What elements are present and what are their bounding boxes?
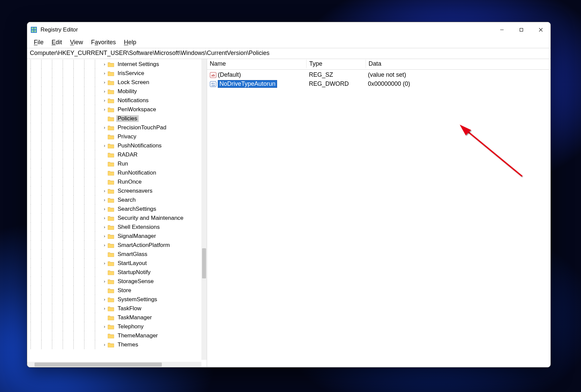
tree-item[interactable]: ›PushNotifications [27,141,201,150]
scrollbar-thumb[interactable] [202,248,206,278]
folder-icon [108,107,114,112]
tree-item[interactable]: RunNotification [27,168,201,177]
tree-item-label: Internet Settings [116,61,160,68]
expander-icon[interactable]: › [102,297,107,302]
tree-item[interactable]: ›Mobility [27,87,201,96]
expander-icon[interactable]: › [102,224,107,230]
expander-icon[interactable]: › [102,342,107,347]
folder-icon [108,243,114,248]
tree-item[interactable]: Policies [27,114,201,123]
tree-item[interactable]: Run [27,159,201,168]
tree-item[interactable]: ›SystemSettings [27,295,201,304]
tree-item[interactable]: ›PenWorkspace [27,105,201,114]
string-value-icon [210,72,216,78]
expander-icon[interactable]: › [102,324,107,329]
folder-icon [108,261,114,266]
expander-icon[interactable]: › [102,98,107,103]
tree-item[interactable]: ›Lock Screen [27,78,201,87]
tree-item-label: Mobility [116,88,138,95]
tree-item[interactable]: ›StartLayout [27,259,201,268]
tree-item-label: Store [116,287,133,294]
menu-file[interactable]: File [30,38,48,48]
expander-icon[interactable]: › [102,188,107,193]
column-header-name[interactable]: Name [207,60,307,68]
menu-view[interactable]: View [66,38,87,48]
tree-item[interactable]: ›Notifications [27,96,201,105]
tree-item-label: ThemeManager [116,332,159,339]
folder-icon [108,197,114,203]
tree-item[interactable]: ›Search [27,195,201,204]
scrollbar-thumb[interactable] [35,363,162,367]
expander-icon[interactable]: › [102,89,107,94]
tree-item[interactable]: ›SignalManager [27,232,201,241]
tree-item[interactable]: ›Screensavers [27,186,201,195]
folder-icon [108,234,114,239]
tree-item-label: Themes [116,341,139,348]
tree-item[interactable]: ›Telephony [27,322,201,331]
expander-icon[interactable]: › [102,80,107,85]
tree-item[interactable]: ›IrisService [27,69,201,78]
tree-item[interactable]: StartupNotify [27,268,201,277]
folder-icon [108,179,114,185]
close-button[interactable] [531,22,551,38]
value-name-edit[interactable]: NoDriveTypeAutorun [218,80,277,88]
expander-icon[interactable]: › [102,107,107,112]
tree-item[interactable]: TaskManager [27,313,201,322]
value-data: (value not set) [365,71,551,78]
tree-item[interactable]: ›Shell Extensions [27,222,201,232]
title-bar[interactable]: Registry Editor [27,22,551,38]
tree-item[interactable]: ThemeManager [27,331,201,340]
expander-icon[interactable]: › [102,197,107,202]
tree-item[interactable]: ›SearchSettings [27,204,201,213]
tree-item[interactable]: ›Themes [27,340,201,349]
expander-icon[interactable]: › [102,62,107,67]
tree-item[interactable]: RADAR [27,150,201,159]
tree-pane: ›Internet Settings›IrisService›Lock Scre… [27,59,207,367]
dword-value-icon [210,81,216,87]
tree-item[interactable]: SmartGlass [27,250,201,259]
menu-favorites[interactable]: Favorites [87,38,120,48]
expander-icon[interactable]: › [102,125,107,130]
tree-item[interactable]: ›StorageSense [27,277,201,286]
value-row[interactable]: NoDriveTypeAutorunREG_DWORD0x00000000 (0… [207,79,551,88]
tree-item[interactable]: ›Security and Maintenance [27,213,201,222]
tree-item[interactable]: ›SmartActionPlatform [27,241,201,250]
folder-icon [108,215,114,221]
column-header-data[interactable]: Data [366,60,551,68]
tree-item[interactable]: Store [27,286,201,295]
tree-item-label: SmartActionPlatform [116,242,171,249]
tree-item[interactable]: Privacy [27,132,201,141]
tree-horizontal-scrollbar[interactable] [27,362,201,367]
minimize-button[interactable] [492,22,512,38]
folder-icon [108,279,114,284]
expander-icon[interactable]: › [102,261,107,266]
value-row[interactable]: (Default)REG_SZ(value not set) [207,70,551,79]
address-bar[interactable]: Computer\HKEY_CURRENT_USER\Software\Micr… [27,48,551,59]
expander-icon[interactable]: › [102,279,107,284]
tree-item-label: SignalManager [116,233,157,240]
folder-icon [108,288,114,293]
expander-icon[interactable]: › [102,71,107,76]
tree-item[interactable]: ›Internet Settings [27,60,201,69]
expander-icon[interactable]: › [102,243,107,248]
tree-item-label: Shell Extensions [116,224,161,231]
tree-item[interactable]: ›TaskFlow [27,304,201,313]
maximize-button[interactable] [512,22,531,38]
folder-icon [108,324,114,329]
tree-item-label: StartLayout [116,260,148,267]
expander-icon[interactable]: › [102,215,107,220]
tree-vertical-scrollbar[interactable] [201,59,207,360]
tree-item[interactable]: RunOnce [27,177,201,186]
tree-item[interactable]: ›PrecisionTouchPad [27,123,201,132]
menu-help[interactable]: Help [120,38,140,48]
expander-icon[interactable]: › [102,306,107,311]
tree-item-label: Privacy [116,133,138,140]
menu-edit[interactable]: Edit [48,38,66,48]
expander-icon[interactable]: › [102,206,107,211]
folder-icon [108,252,114,257]
expander-icon[interactable]: › [102,234,107,239]
tree-item-label: Policies [116,115,139,122]
expander-icon[interactable]: › [102,143,107,148]
column-header-type[interactable]: Type [307,60,366,68]
folder-icon [108,170,114,176]
